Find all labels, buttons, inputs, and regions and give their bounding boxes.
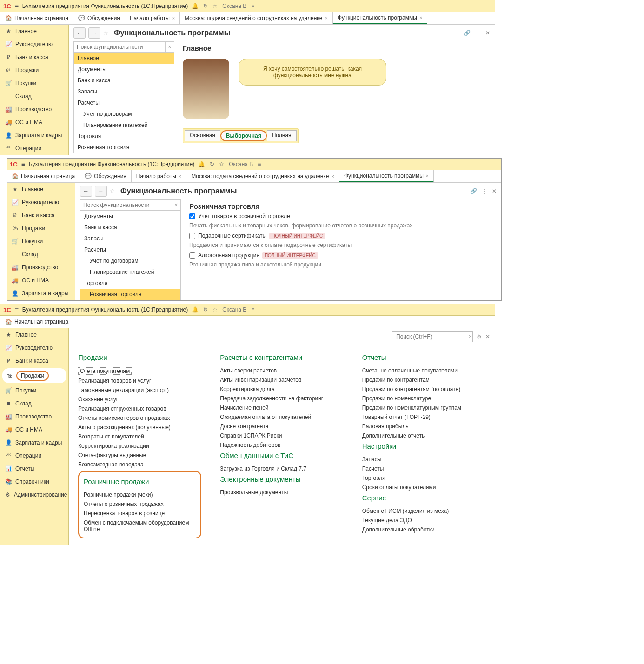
menu-link[interactable]: Начисление пеней xyxy=(220,403,343,412)
menu-link[interactable]: Обмен с подключаемым оборудованием Offli… xyxy=(84,518,196,534)
menu-link[interactable]: Расчеты xyxy=(362,464,485,473)
more-icon[interactable]: ⋮ xyxy=(475,30,481,36)
close-icon[interactable]: × xyxy=(426,173,429,179)
user-label[interactable]: Оксана В xyxy=(222,306,246,313)
search-input[interactable] xyxy=(74,42,165,52)
close-icon[interactable]: ✕ xyxy=(485,333,490,340)
func-list-item[interactable]: Торговля xyxy=(80,278,180,289)
tab[interactable]: Начальная страница xyxy=(7,170,80,182)
menu-link[interactable]: Ожидаемая оплата от покупателей xyxy=(220,412,343,422)
nav-back[interactable]: ← xyxy=(73,27,86,39)
sidebar-item[interactable]: ≣Склад xyxy=(0,90,68,103)
history-icon[interactable]: ↻ xyxy=(203,3,208,9)
func-list-item[interactable]: Расчеты xyxy=(74,97,174,108)
nav-fwd[interactable]: → xyxy=(95,186,107,197)
nav-back[interactable]: ← xyxy=(80,186,92,197)
user-label[interactable]: Оксана В xyxy=(229,161,253,167)
menu-link[interactable]: Запасы xyxy=(362,455,485,464)
menu-link[interactable]: Передача задолженности на факторинг xyxy=(220,394,343,403)
sidebar-item[interactable]: 🏭Производство xyxy=(0,103,68,116)
history-icon[interactable]: ↻ xyxy=(203,306,208,313)
options-icon[interactable]: ≡ xyxy=(251,306,254,313)
func-list-item[interactable]: Банк и касса xyxy=(74,75,174,86)
menu-link[interactable]: Реализация отгруженных товаров xyxy=(78,404,201,413)
sidebar-item[interactable]: ★Главное xyxy=(0,328,68,341)
close-icon[interactable]: × xyxy=(331,173,334,179)
menu-icon[interactable]: ≡ xyxy=(21,160,25,168)
func-list-item[interactable]: Банк и касса xyxy=(80,222,180,233)
func-list-item[interactable]: Розничная торговля xyxy=(74,142,174,153)
sidebar-item[interactable]: 👤Зарплата и кадры xyxy=(7,287,75,300)
menu-link[interactable]: Досье контрагента xyxy=(220,422,343,431)
gift-check[interactable] xyxy=(189,233,195,239)
sidebar-item[interactable]: 🛍Продажи xyxy=(7,222,75,235)
tab-home[interactable]: Начальная страница xyxy=(0,316,73,328)
sidebar-item[interactable]: 👤Зарплата и кадры xyxy=(0,129,68,142)
menu-link[interactable]: Отчеты о розничных продажах xyxy=(84,499,196,509)
menu-link[interactable]: Отчеты комиссионеров о продажах xyxy=(78,413,201,423)
menu-link[interactable]: Корректировка реализации xyxy=(78,441,201,451)
menu-link[interactable]: Счета, не оплаченные покупателями xyxy=(362,366,485,375)
menu-link[interactable]: Реализация товаров и услуг xyxy=(78,376,201,385)
func-list-item[interactable]: Учет по договорам xyxy=(74,108,174,120)
menu-link[interactable]: Акты о расхождениях (полученные) xyxy=(78,423,201,432)
sidebar-item[interactable]: 📚Справочники xyxy=(0,475,68,488)
close-icon[interactable]: × xyxy=(179,173,181,179)
star-icon[interactable]: ☆ xyxy=(212,306,218,313)
menu-link[interactable]: Дополнительные отчеты xyxy=(362,431,485,440)
sidebar-item[interactable]: ≣Склад xyxy=(7,248,75,261)
close-icon[interactable]: ✕ xyxy=(492,188,497,194)
menu-link[interactable]: Текущие дела ЭДО xyxy=(362,516,485,525)
sidebar-item[interactable]: ⚙Администрирование xyxy=(0,488,68,501)
favorite-icon[interactable]: ☆ xyxy=(103,30,108,36)
tab[interactable]: Москва: подача сведений о сотрудниках на… xyxy=(186,170,339,182)
menu-link[interactable]: Безвозмездная передача xyxy=(78,460,201,469)
menu-link[interactable]: Продажи по номенклатуре xyxy=(362,394,485,403)
func-list-item[interactable]: Главное xyxy=(74,53,174,64)
sidebar-item[interactable]: ᴬᴷОперации xyxy=(0,142,68,155)
mode-button[interactable]: Выборочная xyxy=(220,130,267,141)
close-icon[interactable]: × xyxy=(172,15,175,21)
link-icon[interactable]: 🔗 xyxy=(464,30,471,36)
close-icon[interactable]: × xyxy=(419,15,422,20)
bell-icon[interactable]: 🔔 xyxy=(192,3,199,9)
menu-link[interactable]: Продажи по контрагентам (по оплате) xyxy=(362,385,485,394)
star-icon[interactable]: ☆ xyxy=(212,3,218,9)
options-icon[interactable]: ≡ xyxy=(251,3,254,9)
menu-link[interactable]: Произвольные документы xyxy=(220,488,343,497)
sidebar-item[interactable]: ★Главное xyxy=(0,25,68,38)
history-icon[interactable]: ↻ xyxy=(210,161,214,167)
menu-link[interactable]: Счета-фактуры выданные xyxy=(78,451,201,460)
func-list-item[interactable]: Расчеты xyxy=(80,244,180,255)
search-input[interactable] xyxy=(395,333,467,340)
func-list-item[interactable]: Планирование платежей xyxy=(80,266,180,278)
menu-link[interactable]: Валовая прибыль xyxy=(362,422,485,431)
tab[interactable]: Начальная страница xyxy=(0,12,73,24)
func-list-item[interactable]: Планирование платежей xyxy=(74,120,174,131)
menu-link[interactable]: Возвраты от покупателей xyxy=(78,432,201,441)
search-clear-icon[interactable]: × xyxy=(165,42,174,52)
sidebar-item[interactable]: ᴬᴷОперации xyxy=(0,449,68,462)
sidebar-item[interactable]: 🛍Продажи xyxy=(0,64,68,77)
sidebar-item[interactable]: ₽Банк и касса xyxy=(7,209,75,222)
menu-link[interactable]: Акты сверки расчетов xyxy=(220,366,343,375)
close-icon[interactable]: × xyxy=(325,15,327,21)
sidebar-item[interactable]: 🚚ОС и НМА xyxy=(0,423,68,436)
tab[interactable]: Обсуждения xyxy=(80,170,132,182)
sidebar-item[interactable]: ★Главное xyxy=(7,183,75,196)
tab[interactable]: Начало работы× xyxy=(132,170,186,182)
menu-icon[interactable]: ≡ xyxy=(15,2,19,10)
menu-link[interactable]: Надежность дебиторов xyxy=(220,440,343,450)
sidebar-item[interactable]: 🏭Производство xyxy=(7,261,75,274)
sidebar-item[interactable]: ≣Склад xyxy=(0,397,68,410)
func-list-item[interactable]: Розничная торговля xyxy=(80,289,180,300)
close-icon[interactable]: ✕ xyxy=(485,30,490,36)
user-label[interactable]: Оксана В xyxy=(222,3,246,9)
options-icon[interactable]: ≡ xyxy=(258,161,261,167)
star-icon[interactable]: ☆ xyxy=(219,161,224,167)
tab[interactable]: Функциональность программы× xyxy=(333,12,427,24)
bell-icon[interactable]: 🔔 xyxy=(192,306,199,313)
menu-icon[interactable]: ≡ xyxy=(15,306,19,313)
menu-link[interactable]: Торговля xyxy=(362,473,485,483)
link-icon[interactable]: 🔗 xyxy=(470,188,477,194)
